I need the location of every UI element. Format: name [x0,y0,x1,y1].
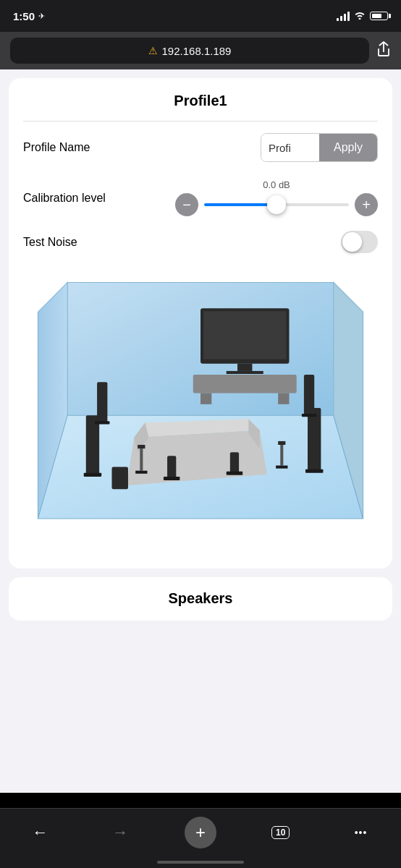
card-title: Profile1 [23,93,378,122]
profile-name-label: Profile Name [23,141,90,154]
profile-name-row: Profile Name Apply [23,133,378,162]
svg-rect-17 [84,473,101,477]
svg-rect-34 [112,467,128,490]
svg-rect-20 [97,382,107,422]
svg-rect-32 [280,445,283,466]
security-warning-icon: ⚠ [148,45,158,56]
location-icon: ✈ [38,12,45,21]
apply-button[interactable]: Apply [319,134,377,161]
svg-rect-27 [227,472,242,475]
speakers-card: Speakers [9,577,392,621]
svg-rect-19 [305,469,323,473]
address-bar: ⚠ 192.168.1.189 [0,32,401,69]
calibration-plus-button[interactable]: + [355,193,378,216]
test-noise-label: Test Noise [23,236,77,249]
url-text: 192.168.1.189 [162,45,232,57]
test-noise-toggle[interactable] [341,231,378,253]
test-noise-row: Test Noise [23,231,378,253]
profile-card: Profile1 Profile Name Apply Calibration … [9,78,392,569]
svg-rect-9 [193,375,297,393]
svg-rect-11 [278,393,289,404]
room-illustration [23,268,378,551]
calibration-slider[interactable] [204,203,349,206]
tabs-button[interactable]: 10 [265,817,297,848]
bottom-nav: ← → + 10 ••• [0,808,401,868]
profile-name-input-group: Apply [261,133,378,162]
svg-rect-22 [304,375,314,415]
back-button[interactable]: ← [24,817,56,848]
svg-rect-28 [138,445,145,448]
svg-rect-26 [230,452,239,473]
calibration-minus-button[interactable]: − [175,193,198,216]
calibration-control: 0.0 dB − + [175,179,378,216]
forward-button[interactable]: → [104,817,136,848]
new-tab-button[interactable]: + [185,817,216,848]
home-indicator [157,861,244,864]
calibration-row: Calibration level 0.0 dB − + [23,179,378,216]
status-bar: 1:50 ✈ [0,0,401,32]
url-bar[interactable]: ⚠ 192.168.1.189 [10,38,369,64]
svg-rect-21 [95,421,109,424]
svg-rect-25 [164,477,180,480]
svg-rect-16 [86,415,99,475]
status-icons [337,10,388,22]
main-content: Profile1 Profile Name Apply Calibration … [0,69,401,793]
toggle-thumb [342,232,362,252]
svg-rect-31 [278,441,285,445]
svg-rect-30 [135,471,147,474]
svg-rect-6 [203,311,286,359]
status-time: 1:50 ✈ [13,10,45,22]
calibration-db-value: 0.0 dB [263,179,290,190]
speakers-title: Speakers [169,590,233,607]
svg-rect-33 [276,466,287,469]
signal-icon [337,11,350,21]
calibration-label: Calibration level [23,192,106,205]
svg-rect-23 [302,414,316,417]
slider-with-buttons: − + [175,193,378,216]
svg-rect-8 [227,371,263,374]
share-button[interactable] [376,41,391,61]
more-button[interactable]: ••• [345,817,377,848]
wifi-icon [354,10,366,22]
profile-name-input[interactable] [261,134,319,161]
tab-count: 10 [271,826,290,839]
battery-icon [370,12,388,20]
svg-rect-24 [167,456,176,478]
svg-rect-18 [308,408,321,471]
svg-rect-7 [237,364,252,371]
svg-rect-10 [200,393,211,404]
svg-rect-29 [140,448,143,471]
